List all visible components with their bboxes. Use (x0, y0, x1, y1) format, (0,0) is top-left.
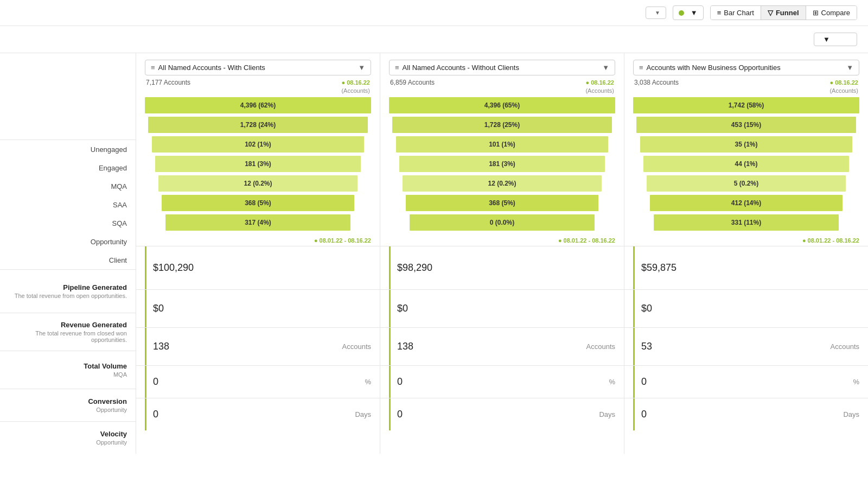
sub-header: ▼ (0, 26, 868, 53)
hidden-stages-chevron-icon: ▼ (823, 35, 830, 43)
bar-chart-button[interactable]: ≡ Bar Chart (711, 6, 761, 20)
funnel-label: Funnel (776, 9, 799, 17)
metric-unit-col2-velocity: Days (599, 410, 615, 418)
funnel-date-range-col2: ● 08.01.22 - 08.16.22 (380, 235, 624, 246)
metric-value-col2-total_volume: 138 (397, 341, 586, 352)
funnel-bar-wrapper-col3-4: 5 (0.2%) (633, 174, 859, 193)
funnel-chevron-icon-col2: ▼ (602, 64, 609, 72)
date-label-col1: ● 08.16.22 (341, 79, 370, 86)
stage-label-text-client: Client (109, 256, 127, 264)
stage-label-text-unengaged: Unengaged (91, 145, 127, 154)
metric-accent-col1-velocity (145, 398, 146, 430)
stage-labels-list: UnengagedEngagedMQASAASQAOpportunityClie… (0, 140, 136, 269)
this-month-dropdown[interactable]: ▼ (673, 5, 704, 20)
funnel-bar-col3-6: 331 (11%) (654, 214, 839, 231)
stage-label-client: Client (0, 251, 136, 269)
metric-title-pipeline: Pipeline Generated (63, 283, 127, 291)
period-type-dropdown[interactable]: ▼ (646, 7, 666, 19)
compare-icon: ⊞ (813, 9, 819, 17)
metric-unit-col3-velocity: Days (843, 410, 859, 418)
funnel-bar-wrapper-col1-0: 4,396 (62%) (145, 96, 371, 115)
funnel-bar-col2-6: 0 (0.0%) (410, 214, 595, 231)
metric-value-col2-velocity: 0 (397, 409, 599, 420)
metric-subtitle-total_volume: MQA (113, 371, 127, 378)
funnel-icon: ▽ (768, 9, 773, 17)
bar-chart-icon: ≡ (717, 9, 722, 17)
funnel-bars-col1: 4,396 (62%)1,728 (24%)102 (1%)181 (3%)12… (136, 94, 380, 235)
funnel-date-range-col1: ● 08.01.22 - 08.16.22 (136, 235, 380, 246)
metric-unit-col3-total_volume: Accounts (831, 342, 859, 351)
funnel-bar-col2-3: 181 (3%) (399, 156, 605, 172)
stage-label-saa: SAA (0, 195, 136, 214)
metric-accent-col2-pipeline (389, 246, 391, 289)
metric-unit-col1-conversion: % (365, 378, 371, 386)
funnel-title-col2: All Named Accounts - Without Clients (403, 64, 599, 72)
metric-subtitle-conversion: Opportunity (96, 407, 127, 413)
funnel-meta-col3: 3,038 Accounts● 08.16.22 (633, 75, 859, 86)
green-dot-icon (679, 10, 684, 16)
bar-chart-label: Bar Chart (724, 9, 754, 17)
funnel-chevron-icon-col1: ▼ (358, 64, 365, 72)
metric-label-conversion: ConversionOpportunity (0, 389, 136, 421)
stage-header-spacer (0, 53, 136, 140)
accounts-count-col3: 3,038 Accounts (634, 79, 679, 86)
funnel-bars-col3: 1,742 (58%)453 (15%)35 (1%)44 (1%)5 (0.2… (624, 94, 868, 235)
stage-label-text-mqa: MQA (111, 182, 127, 191)
metric-title-revenue: Revenue Generated (61, 321, 127, 329)
metric-accent-col1-revenue (145, 290, 146, 327)
funnel-bar-col3-3: 44 (1%) (643, 156, 849, 172)
stage-labels-column: UnengagedEngagedMQASAASQAOpportunityClie… (0, 53, 136, 454)
funnel-bars-col2: 4,396 (65%)1,728 (25%)101 (1%)181 (3%)12… (380, 94, 624, 235)
stage-label-opportunity: Opportunity (0, 232, 136, 251)
funnel-bar-wrapper-col2-1: 1,728 (25%) (389, 116, 615, 134)
metric-label-pipeline: Pipeline GeneratedThe total revenue from… (0, 269, 136, 313)
funnel-bar-wrapper-col3-6: 331 (11%) (633, 213, 859, 232)
list-icon-col2: ≡ (395, 64, 399, 72)
funnel-bar-col1-3: 181 (3%) (155, 156, 361, 172)
funnel-bar-col3-0: 1,742 (58%) (633, 97, 859, 113)
funnel-dropdown-col1[interactable]: ≡All Named Accounts - With Clients▼ (145, 60, 371, 75)
funnel-bar-wrapper-col2-2: 101 (1%) (389, 135, 615, 154)
metric-accent-col3-pipeline (633, 246, 635, 289)
compare-button[interactable]: ⊞ Compare (806, 6, 857, 20)
metric-row-col2-velocity: 0Days (380, 398, 624, 430)
metric-row-col2-revenue: $0 (380, 289, 624, 327)
metric-accent-col3-revenue (633, 290, 635, 327)
funnel-bar-wrapper-col1-1: 1,728 (24%) (145, 116, 371, 134)
metric-accent-col1-pipeline (145, 246, 146, 289)
metric-accent-col2-velocity (389, 398, 391, 430)
funnel-dropdown-col3[interactable]: ≡Accounts with New Business Opportunitie… (633, 60, 859, 75)
stage-label-unengaged: Unengaged (0, 140, 136, 158)
metric-subtitle-revenue: The total revenue from closed won opport… (9, 330, 127, 343)
stage-label-text-saa: SAA (113, 201, 127, 209)
hidden-stages-control: ▼ (809, 33, 857, 46)
metric-unit-col1-velocity: Days (355, 410, 371, 418)
funnel-bar-wrapper-col2-6: 0 (0.0%) (389, 213, 615, 232)
compare-label: Compare (821, 9, 850, 17)
funnel-bar-wrapper-col1-4: 12 (0.2%) (145, 174, 371, 193)
funnel-bar-col2-4: 12 (0.2%) (403, 175, 602, 192)
date-label-col3: ● 08.16.22 (829, 79, 858, 86)
funnel-bar-col1-2: 102 (1%) (152, 136, 365, 153)
accounts-count-col2: 6,859 Accounts (390, 79, 435, 86)
metric-label-velocity: VelocityOpportunity (0, 421, 136, 454)
funnel-bar-wrapper-col2-0: 4,396 (65%) (389, 96, 615, 115)
this-month-chevron-icon: ▼ (691, 9, 698, 17)
metric-labels-list: Pipeline GeneratedThe total revenue from… (0, 269, 136, 454)
metric-value-col3-revenue: $0 (641, 303, 859, 314)
hidden-stages-dropdown[interactable]: ▼ (814, 33, 857, 46)
stage-label-text-sqa: SQA (112, 219, 127, 227)
funnel-bar-col2-0: 4,396 (65%) (389, 97, 615, 113)
funnel-dropdown-col2[interactable]: ≡All Named Accounts - Without Clients▼ (389, 60, 615, 75)
metrics-col3: $59,875$053Accounts0%0Days (624, 246, 868, 430)
funnel-button[interactable]: ▽ Funnel (761, 6, 806, 20)
metric-value-col3-conversion: 0 (641, 376, 853, 388)
metric-accent-col3-total_volume (633, 328, 635, 365)
metric-row-col1-revenue: $0 (136, 289, 380, 327)
funnel-unit-col2: (Accounts) (389, 86, 615, 94)
metric-unit-col2-conversion: % (609, 378, 615, 386)
top-bar-controls: ▼ ▼ ≡ Bar Chart ▽ Funnel ⊞ Compare (639, 5, 857, 20)
metric-value-col1-velocity: 0 (153, 409, 355, 420)
metric-value-col2-conversion: 0 (397, 376, 609, 388)
metric-row-col1-velocity: 0Days (136, 398, 380, 430)
